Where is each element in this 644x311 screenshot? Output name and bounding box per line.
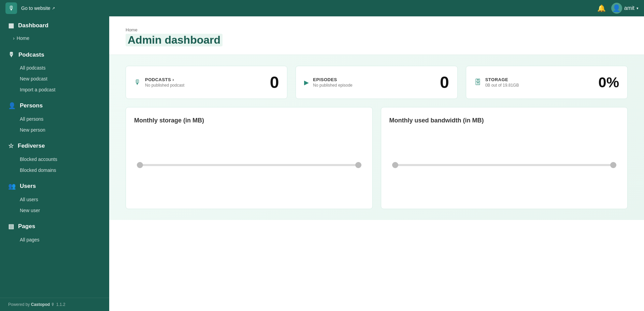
sidebar-item-all-users[interactable]: All users [0,194,109,205]
chart-bandwidth-handle-right[interactable] [610,162,616,168]
chart-storage-area [134,131,364,199]
sidebar-podcasts-label: Podcasts [18,51,44,58]
sidebar-item-all-podcasts[interactable]: All podcasts [0,62,109,73]
user-menu[interactable]: 👤 amit ▾ [611,3,639,14]
user-avatar: 👤 [611,3,622,14]
chart-bandwidth-title: Monthly used bandwidth (in MB) [389,117,619,124]
sidebar-item-fediverse[interactable]: ☆ Fediverse [0,138,109,154]
page-header: Home Admin dashboard [109,16,644,55]
stat-card-episodes: ▶ EPISODES No published episode 0 [296,66,457,99]
sidebar-item-dashboard[interactable]: ▦ Dashboard [0,18,109,33]
notification-bell-icon[interactable]: 🔔 [597,4,606,12]
sidebar-scroll: ▦ Dashboard › Home 🎙 Podcasts All podcas… [0,16,109,298]
chart-bandwidth-range[interactable] [392,164,617,166]
sidebar: ▦ Dashboard › Home 🎙 Podcasts All podcas… [0,16,109,311]
stat-storage-info: STORAGE 0B out of 19.81GB [485,77,519,88]
stat-podcasts-info: PODCASTS › No published podcast [145,77,184,88]
fediverse-icon: ☆ [8,142,14,150]
stat-card-podcasts-left: 🎙 PODCASTS › No published podcast [134,77,184,88]
chart-bandwidth-handle-left[interactable] [392,162,398,168]
chart-card-bandwidth: Monthly used bandwidth (in MB) [381,107,628,209]
pages-icon: ▤ [8,223,14,230]
chart-bandwidth-area [389,131,619,199]
sidebar-section-podcasts: 🎙 Podcasts All podcasts New podcast Impo… [0,46,109,97]
sidebar-item-new-podcast[interactable]: New podcast [0,73,109,84]
topbar: 🎙 Go to website ↗ 🔔 👤 amit ▾ [0,0,644,16]
chart-storage-handle-right[interactable] [355,162,361,168]
sidebar-item-blocked-domains[interactable]: Blocked domains [0,165,109,176]
sidebar-fediverse-label: Fediverse [18,143,45,149]
stat-episodes-icon: ▶ [304,79,309,86]
sidebar-item-new-person[interactable]: New person [0,124,109,135]
sidebar-persons-label: Persons [20,102,43,109]
user-chevron-icon: ▾ [636,6,639,11]
sidebar-item-pages[interactable]: ▤ Pages [0,219,109,234]
main-content: Home Admin dashboard 🎙 PODCASTS › No pub… [109,16,644,311]
stat-card-episodes-left: ▶ EPISODES No published episode [304,77,352,88]
app-logo: 🎙 [5,2,17,14]
sidebar-pages-label: Pages [18,223,35,230]
sidebar-section-persons: 👤 Persons All persons New person [0,97,109,137]
persons-icon: 👤 [8,102,16,109]
go-to-website-label: Go to website [21,5,51,11]
stat-podcasts-label: PODCASTS › [145,77,184,82]
sidebar-item-all-persons[interactable]: All persons [0,114,109,124]
stat-storage-icon: 🗄 [474,78,481,86]
stat-storage-label: STORAGE [485,77,519,82]
stat-episodes-label: EPISODES [313,77,352,82]
sidebar-item-persons[interactable]: 👤 Persons [0,98,109,114]
sidebar-item-blocked-accounts[interactable]: Blocked accounts [0,154,109,165]
sidebar-item-new-user[interactable]: New user [0,205,109,216]
dashboard-icon: ▦ [8,22,14,29]
sidebar-footer: Powered by Castopod 🎙 1.1.2 [0,298,109,311]
sidebar-footer-prefix: Powered by [8,302,30,307]
sidebar-section-users: 👥 Users All users New user [0,177,109,217]
stat-episodes-info: EPISODES No published episode [313,77,352,88]
sidebar-footer-version: 1.1.2 [56,302,66,307]
topbar-left: 🎙 Go to website ↗ [5,2,55,14]
sidebar-item-users[interactable]: 👥 Users [0,178,109,194]
topbar-right: 🔔 👤 amit ▾ [597,3,639,14]
chart-storage-range[interactable] [137,164,361,166]
stat-episodes-sub: No published episode [313,83,352,88]
chart-storage-title: Monthly storage (in MB) [134,117,364,124]
sidebar-item-home[interactable]: › Home [0,33,109,44]
users-icon: 👥 [8,182,16,190]
sidebar-item-all-pages[interactable]: All pages [0,234,109,245]
stat-episodes-value: 0 [440,73,449,92]
chevron-right-icon: › [13,35,15,41]
stats-row: 🎙 PODCASTS › No published podcast 0 ▶ EP… [126,66,628,99]
stat-podcasts-sub: No published podcast [145,83,184,88]
external-link-icon: ↗ [52,6,55,11]
charts-row: Monthly storage (in MB) Monthly used ban… [126,107,628,209]
stat-podcasts-value: 0 [270,73,279,92]
stat-card-podcasts[interactable]: 🎙 PODCASTS › No published podcast 0 [126,66,287,99]
sidebar-item-import-podcast[interactable]: Import a podcast [0,84,109,95]
chart-card-storage: Monthly storage (in MB) [126,107,373,209]
app-layout: ▦ Dashboard › Home 🎙 Podcasts All podcas… [0,16,644,311]
go-to-website-link[interactable]: Go to website ↗ [21,5,55,11]
sidebar-home-label: Home [17,35,29,41]
sidebar-dashboard-label: Dashboard [18,22,48,29]
sidebar-section-fediverse: ☆ Fediverse Blocked accounts Blocked dom… [0,137,109,177]
chart-storage-handle-left[interactable] [137,162,143,168]
stat-card-storage-left: 🗄 STORAGE 0B out of 19.81GB [474,77,519,88]
user-name: amit [624,5,634,11]
sidebar-footer-brand: Castopod [31,302,50,307]
castopod-icon: 🎙 [51,302,56,307]
stat-podcasts-icon: 🎙 [134,78,141,86]
stat-storage-value: 0% [598,74,619,91]
sidebar-item-podcasts[interactable]: 🎙 Podcasts [0,47,109,62]
sidebar-users-label: Users [20,183,36,190]
podcasts-icon: 🎙 [8,51,14,58]
page-title: Admin dashboard [126,34,223,46]
breadcrumb: Home [126,27,628,32]
sidebar-section-pages: ▤ Pages All pages [0,217,109,247]
sidebar-section-dashboard: ▦ Dashboard › Home [0,16,109,46]
stat-card-storage: 🗄 STORAGE 0B out of 19.81GB 0% [466,66,628,99]
stats-section: 🎙 PODCASTS › No published podcast 0 ▶ EP… [109,55,644,220]
stat-storage-sub: 0B out of 19.81GB [485,83,519,88]
